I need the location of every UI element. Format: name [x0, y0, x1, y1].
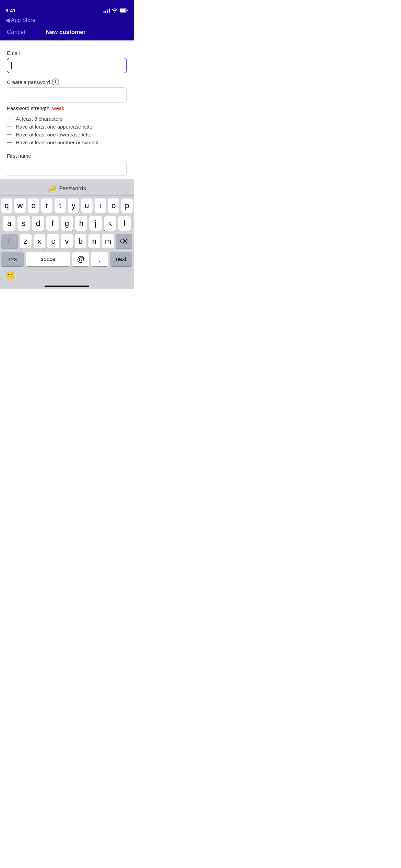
- keyboard-row-1: q w e r t y u i o p: [1, 198, 132, 213]
- key-t[interactable]: t: [54, 198, 66, 213]
- nav-bar: Cancel New customer: [0, 25, 134, 40]
- emoji-key[interactable]: 🙂: [3, 268, 17, 283]
- password-strength: Password strength: weak: [7, 105, 127, 111]
- appstore-back-nav[interactable]: ◀ App Store: [0, 16, 134, 25]
- req-item-4: Have at least one number or symbol: [7, 140, 127, 145]
- req-dash-icon: [7, 134, 12, 135]
- home-bar: [45, 286, 89, 287]
- page-title: New customer: [46, 29, 85, 36]
- back-chevron-icon: ◀: [5, 17, 10, 23]
- key-s[interactable]: s: [17, 216, 30, 231]
- key-k[interactable]: k: [104, 216, 116, 231]
- key-m[interactable]: m: [102, 234, 114, 249]
- key-o[interactable]: o: [108, 198, 119, 213]
- next-key[interactable]: next: [110, 252, 132, 266]
- info-icon[interactable]: i: [52, 79, 59, 85]
- svg-rect-1: [120, 9, 126, 12]
- keyboard-rows: q w e r t y u i o p a s d f g h j k l ⇧ …: [0, 198, 134, 249]
- password-requirements: At least 8 characters Have at least one …: [7, 116, 127, 145]
- key-y[interactable]: y: [68, 198, 79, 213]
- keyboard-row-2: a s d f g h j k l: [1, 216, 132, 231]
- key-g[interactable]: g: [61, 216, 73, 231]
- key-f[interactable]: f: [46, 216, 59, 231]
- key-z[interactable]: z: [20, 234, 32, 249]
- passwords-autofill-bar[interactable]: 🔑 Passwords: [0, 182, 134, 196]
- key-icon: 🔑: [48, 184, 56, 193]
- key-q[interactable]: q: [1, 198, 12, 213]
- firstname-input[interactable]: [7, 161, 127, 176]
- email-label: Email: [7, 50, 127, 56]
- key-u[interactable]: u: [81, 198, 93, 213]
- at-key[interactable]: @: [72, 252, 89, 266]
- status-time: 9:41: [5, 8, 16, 13]
- appstore-back-label: App Store: [11, 17, 35, 23]
- status-icons: [104, 8, 128, 13]
- key-n[interactable]: n: [88, 234, 100, 249]
- home-bar-area: [0, 284, 134, 289]
- key-b[interactable]: b: [75, 234, 86, 249]
- cancel-button[interactable]: Cancel: [7, 29, 25, 36]
- signal-bars-icon: [104, 9, 110, 13]
- number-key[interactable]: 123: [1, 252, 24, 266]
- backspace-key[interactable]: ⌫: [116, 234, 132, 249]
- password-input[interactable]: [7, 87, 127, 103]
- svg-rect-2: [127, 10, 128, 11]
- key-h[interactable]: h: [75, 216, 87, 231]
- dot-key[interactable]: .: [91, 252, 108, 266]
- req-item-1: At least 8 characters: [7, 116, 127, 122]
- password-label: Create a password i: [7, 79, 127, 85]
- battery-icon: [120, 8, 128, 13]
- key-l[interactable]: l: [118, 216, 131, 231]
- key-r[interactable]: r: [41, 198, 52, 213]
- status-bar: 9:41: [0, 0, 134, 16]
- req-item-3: Have at least one lowercase letter: [7, 132, 127, 137]
- key-j[interactable]: j: [89, 216, 102, 231]
- key-x[interactable]: x: [34, 234, 45, 249]
- req-dash-icon: [7, 126, 12, 127]
- wifi-icon: [112, 8, 118, 13]
- keyboard: 🔑 Passwords q w e r t y u i o p a s d f …: [0, 179, 134, 289]
- email-input[interactable]: [7, 58, 127, 73]
- passwords-label: Passwords: [59, 185, 86, 192]
- firstname-label: First name: [7, 153, 127, 159]
- key-a[interactable]: a: [3, 216, 15, 231]
- key-d[interactable]: d: [32, 216, 44, 231]
- req-dash-icon: [7, 142, 12, 143]
- space-key[interactable]: space: [26, 252, 70, 266]
- req-item-2: Have at least one uppercase letter: [7, 124, 127, 130]
- key-v[interactable]: v: [61, 234, 73, 249]
- cursor: [11, 62, 12, 69]
- key-e[interactable]: e: [28, 198, 39, 213]
- key-w[interactable]: w: [14, 198, 26, 213]
- keyboard-row-3: ⇧ z x c v b n m ⌫: [1, 234, 132, 249]
- emoji-row: 🙂: [0, 268, 134, 284]
- key-c[interactable]: c: [47, 234, 59, 249]
- shift-key[interactable]: ⇧: [1, 234, 18, 249]
- req-dash-icon: [7, 119, 12, 119]
- key-i[interactable]: i: [95, 198, 106, 213]
- keyboard-bottom-row: 123 space @ . next: [0, 252, 134, 266]
- key-p[interactable]: p: [121, 198, 133, 213]
- strength-value: weak: [52, 105, 64, 111]
